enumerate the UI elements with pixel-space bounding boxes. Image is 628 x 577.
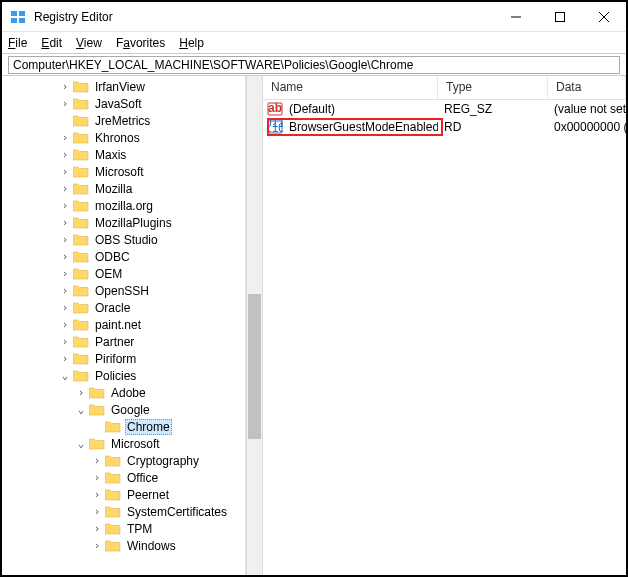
menu-favorites[interactable]: Favorites — [116, 36, 165, 50]
title-bar: Registry Editor — [2, 2, 626, 32]
tree-item[interactable]: › Adobe — [2, 384, 245, 401]
tree-item[interactable]: › OBS Studio — [2, 231, 245, 248]
folder-icon — [105, 420, 121, 433]
tree-item[interactable]: › Piriform — [2, 350, 245, 367]
tree-toggle[interactable]: › — [58, 284, 72, 297]
tree-toggle[interactable]: ⌄ — [58, 369, 72, 382]
menu-bar: File Edit View Favorites Help — [2, 32, 626, 54]
tree-item[interactable]: Chrome — [2, 418, 245, 435]
address-input[interactable] — [8, 56, 620, 74]
tree-item[interactable]: › OEM — [2, 265, 245, 282]
close-button[interactable] — [582, 2, 626, 31]
folder-icon — [73, 199, 89, 212]
tree-item[interactable]: › Cryptography — [2, 452, 245, 469]
tree-item[interactable]: › Microsoft — [2, 163, 245, 180]
column-data[interactable]: Data — [548, 76, 626, 99]
tree-toggle[interactable]: › — [58, 335, 72, 348]
tree-toggle[interactable]: › — [90, 505, 104, 518]
value-row[interactable]: 011110 BrowserGuestModeEnabled RD 0x0000… — [263, 118, 626, 136]
tree-toggle[interactable]: › — [58, 318, 72, 331]
tree-label: Policies — [93, 369, 138, 383]
tree-toggle[interactable]: › — [90, 539, 104, 552]
tree-label: OBS Studio — [93, 233, 160, 247]
folder-icon — [73, 131, 89, 144]
tree-item[interactable]: › paint.net — [2, 316, 245, 333]
value-row[interactable]: ab (Default) REG_SZ (value not set) — [263, 100, 626, 118]
tree-toggle[interactable]: › — [58, 182, 72, 195]
tree-label: Adobe — [109, 386, 148, 400]
tree-item[interactable]: › OpenSSH — [2, 282, 245, 299]
tree-item[interactable]: ⌄ Google — [2, 401, 245, 418]
folder-icon — [73, 267, 89, 280]
menu-view[interactable]: View — [76, 36, 102, 50]
tree-toggle[interactable]: › — [58, 80, 72, 93]
folder-icon — [73, 114, 89, 127]
tree-label: Microsoft — [93, 165, 146, 179]
list-header: Name Type Data — [263, 76, 626, 100]
tree-toggle[interactable]: ⌄ — [74, 437, 88, 450]
svg-rect-1 — [19, 11, 25, 16]
tree-label: Maxis — [93, 148, 128, 162]
svg-rect-2 — [11, 18, 17, 23]
tree-item[interactable]: › Khronos — [2, 129, 245, 146]
menu-edit[interactable]: Edit — [41, 36, 62, 50]
tree-item[interactable]: › Office — [2, 469, 245, 486]
tree-toggle[interactable]: › — [90, 488, 104, 501]
tree-toggle[interactable]: › — [58, 267, 72, 280]
svg-rect-5 — [556, 12, 565, 21]
minimize-button[interactable] — [494, 2, 538, 31]
tree-toggle[interactable]: ⌄ — [74, 403, 88, 416]
tree-item[interactable]: › Mozilla — [2, 180, 245, 197]
tree-toggle[interactable]: › — [58, 233, 72, 246]
tree-item[interactable]: › SystemCertificates — [2, 503, 245, 520]
string-value-icon: ab — [267, 101, 283, 117]
tree-label: Microsoft — [109, 437, 162, 451]
maximize-button[interactable] — [538, 2, 582, 31]
tree-item[interactable]: › TPM — [2, 520, 245, 537]
folder-icon — [73, 216, 89, 229]
app-icon — [10, 9, 26, 25]
folder-icon — [89, 386, 105, 399]
tree-label: IrfanView — [93, 80, 147, 94]
tree-item[interactable]: › mozilla.org — [2, 197, 245, 214]
tree-toggle[interactable]: › — [90, 471, 104, 484]
tree-item[interactable]: › IrfanView — [2, 78, 245, 95]
tree-toggle[interactable]: › — [58, 352, 72, 365]
tree-label: Cryptography — [125, 454, 201, 468]
tree-label: ODBC — [93, 250, 132, 264]
tree-toggle[interactable]: › — [58, 148, 72, 161]
folder-icon — [105, 454, 121, 467]
folder-icon — [73, 233, 89, 246]
tree-item[interactable]: › ODBC — [2, 248, 245, 265]
tree-item[interactable]: › Maxis — [2, 146, 245, 163]
folder-icon — [105, 539, 121, 552]
column-type[interactable]: Type — [438, 76, 548, 99]
tree-item[interactable]: › Partner — [2, 333, 245, 350]
tree-scrollbar-thumb[interactable] — [248, 294, 261, 439]
tree-toggle[interactable]: › — [90, 454, 104, 467]
tree-toggle[interactable]: › — [58, 97, 72, 110]
tree-toggle[interactable]: › — [74, 386, 88, 399]
tree-toggle[interactable]: › — [58, 216, 72, 229]
folder-icon — [73, 335, 89, 348]
tree-item[interactable]: ⌄ Policies — [2, 367, 245, 384]
tree-scrollbar[interactable] — [246, 76, 263, 575]
tree-toggle[interactable]: › — [58, 199, 72, 212]
tree-item[interactable]: › JavaSoft — [2, 95, 245, 112]
menu-file[interactable]: File — [8, 36, 27, 50]
tree-pane[interactable]: › IrfanView › JavaSoft JreMetrics › Khro… — [2, 76, 246, 575]
tree-toggle[interactable]: › — [58, 250, 72, 263]
tree-item[interactable]: JreMetrics — [2, 112, 245, 129]
value-list[interactable]: Name Type Data ab (Default) REG_SZ (valu… — [263, 76, 626, 575]
tree-item[interactable]: › Peernet — [2, 486, 245, 503]
tree-item[interactable]: ⌄ Microsoft — [2, 435, 245, 452]
column-name[interactable]: Name — [263, 76, 438, 99]
menu-help[interactable]: Help — [179, 36, 204, 50]
tree-toggle[interactable]: › — [90, 522, 104, 535]
tree-toggle[interactable]: › — [58, 131, 72, 144]
tree-item[interactable]: › Oracle — [2, 299, 245, 316]
tree-item[interactable]: › MozillaPlugins — [2, 214, 245, 231]
tree-item[interactable]: › Windows — [2, 537, 245, 554]
tree-toggle[interactable]: › — [58, 165, 72, 178]
tree-toggle[interactable]: › — [58, 301, 72, 314]
